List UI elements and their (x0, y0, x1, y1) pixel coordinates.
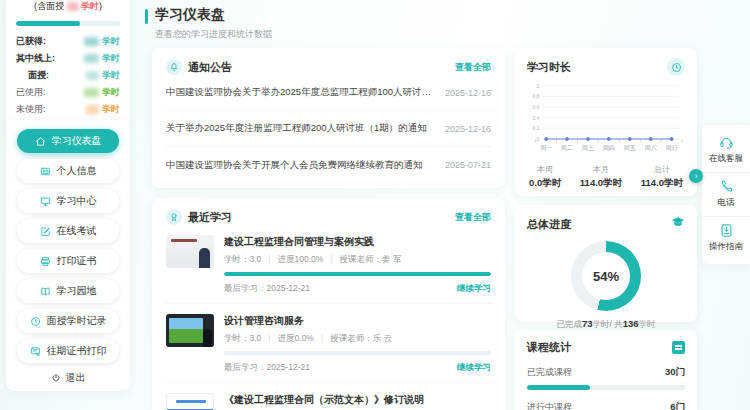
guide-icon (719, 223, 734, 238)
redacted-value (86, 71, 99, 80)
study-time-card: 学习时长 1 0.8 0.6 0.4 0.2 0 (515, 48, 697, 196)
svg-text:0: 0 (537, 136, 540, 142)
svg-text:周三: 周三 (582, 144, 594, 151)
course-thumbnail[interactable] (166, 314, 214, 347)
credit-progress-bar (16, 21, 120, 26)
notice-item[interactable]: 中国建设监理协会关于开展个人会员免费网络继续教育的通知 2025-07-21 (166, 147, 491, 183)
sidebar-item-label: 个人信息 (57, 164, 97, 178)
id-card-icon (40, 166, 51, 177)
inprogress-courses-row: 进行中课程6门 (527, 401, 685, 410)
notice-date: 2025-07-21 (445, 160, 491, 170)
sidebar-item-print-certificate[interactable]: 打印证书 (17, 249, 119, 273)
course-thumbnail[interactable] (166, 393, 214, 410)
panel-collapse-toggle[interactable]: › (689, 169, 703, 183)
sidebar-item-label: 面授学时记录 (47, 314, 107, 328)
svg-text:1: 1 (537, 83, 540, 89)
redacted-value (84, 88, 99, 97)
power-icon (51, 373, 61, 383)
bell-icon (166, 59, 182, 75)
overall-progress-card: 总体进度 54% 已完成73学时/ 共136学时 继续学习 (515, 205, 697, 322)
phone-label: 电话 (718, 197, 735, 209)
study-time-totals: 本周0.0学时 本月114.0学时 总计114.0学时 (527, 164, 685, 190)
course-title[interactable]: 建设工程监理合同管理与案例实践 (224, 235, 491, 249)
stat-row-online: 其中线上: 学时 (16, 52, 120, 65)
sidebar-item-label: 学习园地 (57, 284, 97, 298)
continue-study-link[interactable]: 继续学习 (457, 362, 491, 374)
notice-text: 中国建设监理协会关于开展个人会员免费网络继续教育的通知 (166, 159, 435, 172)
completed-courses-row: 已完成课程30门 (527, 366, 685, 379)
credit-stats-card: (含面授 学时) 已获得: 学时 其中线上: 学时 面授: 学时 已使用: 学时… (6, 0, 130, 130)
sidebar-item-label: 学习中心 (57, 194, 97, 208)
sidebar-item-learning-center[interactable]: 学习中心 (17, 189, 119, 213)
sidebar-item-label: 在线考试 (57, 224, 97, 238)
course-meta: 学时：3.0| 进度0.0%| 授课老师：乐 云 (224, 333, 491, 345)
clock-record-icon (30, 316, 41, 327)
stat-row-used: 已使用: 学时 (16, 86, 120, 99)
continue-study-link[interactable]: 继续学习 (457, 283, 491, 295)
svg-text:0.6: 0.6 (532, 104, 539, 110)
svg-text:周四: 周四 (603, 144, 615, 152)
redacted-value (67, 2, 79, 11)
printer-icon (40, 256, 51, 267)
svg-text:周一: 周一 (540, 144, 552, 151)
online-service-button[interactable]: 在线客服 (702, 129, 750, 173)
overall-progress-title: 总体进度 (527, 217, 571, 232)
sidebar-item-profile[interactable]: 个人信息 (17, 159, 119, 183)
certificate-icon (30, 346, 41, 357)
sidebar-menu: 学习仪表盘 个人信息 学习中心 在线考试 打印证书 学习园地 面授学时记录 往期… (6, 120, 130, 391)
notice-text: 关于举办2025年度注册监理工程师200人研讨班（1期）的通知 (166, 122, 435, 135)
notices-view-all-link[interactable]: 查看全部 (455, 61, 491, 74)
notice-item[interactable]: 中国建设监理协会关于举办2025年度总监理工程师100人研讨班的通知 2025-… (166, 75, 491, 111)
online-service-label: 在线客服 (709, 153, 743, 165)
course-thumbnail[interactable] (166, 235, 214, 268)
title-accent-bar (145, 9, 148, 24)
course-title[interactable]: 设计管理咨询服务 (224, 314, 491, 328)
recent-view-all-link[interactable]: 查看全部 (455, 211, 491, 224)
stat-row-face: 面授: 学时 (16, 69, 120, 82)
sidebar-item-past-certificates[interactable]: 往期证书打印 (17, 339, 119, 363)
page-subtitle: 查看您的学习进度和统计数据 (155, 28, 272, 41)
home-icon (35, 136, 46, 147)
svg-text:周六: 周六 (645, 144, 657, 151)
sidebar-item-dashboard[interactable]: 学习仪表盘 (17, 129, 119, 153)
study-time-title: 学习时长 (527, 60, 571, 75)
course-item: 设计管理咨询服务 学时：3.0| 进度0.0%| 授课老师：乐 云 最后学习：2… (166, 304, 491, 383)
logout-button[interactable]: 退出 (6, 371, 130, 385)
progress-percent: 54% (571, 241, 641, 311)
page-header: 学习仪表盘 查看您的学习进度和统计数据 (145, 6, 272, 41)
logout-label: 退出 (66, 371, 86, 385)
svg-text:0.2: 0.2 (532, 125, 539, 131)
medal-icon (166, 209, 182, 225)
notice-date: 2025-12-16 (445, 88, 491, 98)
redacted-value (86, 105, 99, 114)
course-stats-title: 课程统计 (527, 340, 571, 355)
edit-icon (40, 226, 51, 237)
course-stats-card: 课程统计 已完成课程30门 进行中课程6门 (515, 330, 697, 410)
graduation-cap-icon (671, 215, 685, 233)
notice-item[interactable]: 关于举办2025年度注册监理工程师200人研讨班（1期）的通知 2025-12-… (166, 111, 491, 147)
phone-icon (719, 179, 734, 194)
sidebar-item-learning-garden[interactable]: 学习园地 (17, 279, 119, 303)
guide-button[interactable]: 操作指南 (702, 217, 750, 260)
svg-text:周日: 周日 (665, 144, 677, 152)
svg-text:0.8: 0.8 (532, 93, 539, 99)
svg-text:周二: 周二 (561, 144, 573, 151)
recent-study-title: 最近学习 (188, 210, 232, 225)
stat-row-unused: 未使用: 学时 (16, 103, 120, 116)
stat-row-earned: 已获得: 学时 (16, 35, 120, 48)
chevron-right-icon: › (695, 171, 698, 181)
study-time-chart: 1 0.8 0.6 0.4 0.2 0 周一 周二 周三 周四 周五 周六 周日 (527, 80, 685, 162)
course-title[interactable]: 《建设工程监理合同（示范文本）》修订说明 (224, 393, 491, 407)
redacted-value (84, 37, 99, 46)
notice-date: 2025-12-16 (445, 124, 491, 134)
sidebar-item-label: 打印证书 (57, 254, 97, 268)
last-studied: 最后学习：2025-12-21 (224, 283, 310, 295)
phone-button[interactable]: 电话 (702, 173, 750, 217)
page-title: 学习仪表盘 (155, 6, 272, 24)
monitor-icon (40, 196, 51, 207)
sidebar-item-face-hours-record[interactable]: 面授学时记录 (17, 309, 119, 333)
headset-icon (719, 135, 734, 150)
sidebar-item-online-exam[interactable]: 在线考试 (17, 219, 119, 243)
svg-text:0.4: 0.4 (532, 115, 539, 121)
sidebar-item-label: 往期证书打印 (47, 344, 107, 358)
